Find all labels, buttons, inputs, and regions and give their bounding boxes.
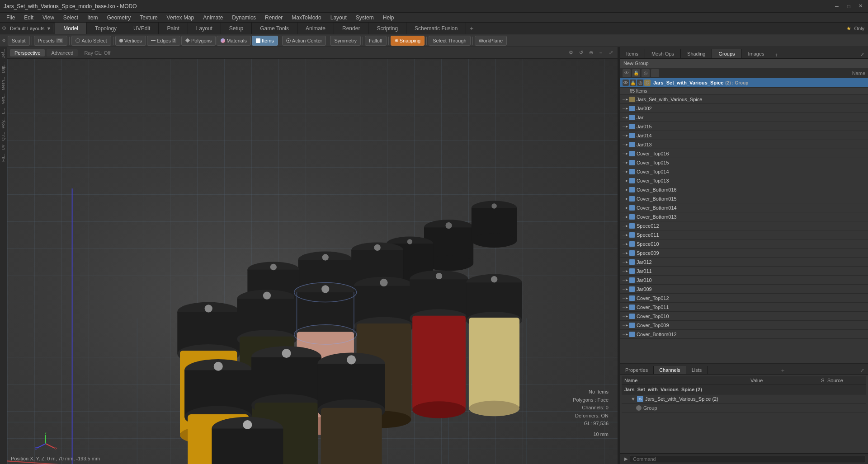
new-group-button[interactable]: New Group bbox=[620, 59, 868, 68]
menu-animate[interactable]: Animate bbox=[198, 14, 227, 22]
vp-zoom-icon[interactable]: ⊕ bbox=[587, 49, 595, 57]
tree-item-cover-top009[interactable]: – ▸ Cover_Top009 bbox=[620, 321, 868, 330]
tree-item-jar010[interactable]: – ▸ Jar010 bbox=[620, 276, 868, 285]
menu-geometry[interactable]: Geometry bbox=[103, 14, 136, 22]
menu-maxtomode[interactable]: MaxToModo bbox=[287, 14, 326, 22]
tab-layout[interactable]: Layout bbox=[188, 23, 221, 34]
tree-render-icon[interactable]: ◎ bbox=[642, 69, 650, 77]
polygons-button[interactable]: Polygons bbox=[181, 36, 216, 46]
tree-item-cover-bottom012[interactable]: – ▸ Cover_Bottom012 bbox=[620, 330, 868, 339]
left-panel-uv[interactable]: UV bbox=[0, 143, 7, 152]
right-tab-add-button[interactable]: + bbox=[771, 52, 782, 58]
tree-item-cover-bottom016[interactable]: – ▸ Cover_Bottom016 bbox=[620, 185, 868, 194]
auto-select-button[interactable]: Auto Select bbox=[71, 36, 111, 46]
tab-uvedit[interactable]: UVEdit bbox=[125, 23, 159, 34]
items-button[interactable]: Items bbox=[252, 36, 278, 46]
left-panel-poly[interactable]: Poly... bbox=[0, 116, 7, 130]
props-item-row-group[interactable]: ▼ G Jars_Set_with_Various_Spice (2) bbox=[622, 394, 866, 404]
menu-view[interactable]: View bbox=[38, 14, 59, 22]
tree-item-cover-top013[interactable]: – ▸ Cover_Top013 bbox=[620, 176, 868, 185]
props-resize-icon[interactable]: ⤢ bbox=[858, 366, 866, 374]
tree-options-icon[interactable]: ⋯ bbox=[651, 69, 659, 77]
props-tab-lists[interactable]: Lists bbox=[686, 366, 708, 374]
right-tab-shading[interactable]: Shading bbox=[681, 49, 712, 58]
right-tab-images[interactable]: Images bbox=[742, 49, 771, 58]
tree-item-cover-top011[interactable]: – ▸ Cover_Top011 bbox=[620, 303, 868, 312]
menu-dynamics[interactable]: Dynamics bbox=[227, 14, 260, 22]
vertices-button[interactable]: Vertices bbox=[115, 36, 146, 46]
left-panel-mesh[interactable]: Mesh... bbox=[0, 75, 7, 92]
tree-item-cover-top014[interactable]: – ▸ Cover_Top014 bbox=[620, 167, 868, 176]
menu-help[interactable]: Help bbox=[378, 14, 399, 22]
workplane-button[interactable]: WorkPlane bbox=[475, 36, 507, 46]
select-through-button[interactable]: Select Through bbox=[429, 36, 470, 46]
tree-item-cover-bottom015[interactable]: – ▸ Cover_Bottom015 bbox=[620, 194, 868, 203]
sculpt-button[interactable]: Sculpt bbox=[8, 36, 30, 46]
group-header-row[interactable]: 👁 🔒 ◎ G Jars_Set_with_Various_Spice (2) … bbox=[620, 78, 868, 88]
tree-item-jar[interactable]: – ▸ Jar bbox=[620, 113, 868, 122]
presets-button[interactable]: Presets F6 bbox=[34, 36, 68, 46]
snapping-button[interactable]: ⊕ Snapping bbox=[391, 36, 425, 46]
tab-scripting[interactable]: Scripting bbox=[368, 23, 406, 34]
tree-item-jar012[interactable]: – ▸ Jar012 bbox=[620, 258, 868, 267]
left-panel-qu[interactable]: Qu... bbox=[0, 130, 7, 143]
props-sub-item-row[interactable]: Group bbox=[622, 404, 866, 412]
tree-item-jar002[interactable]: – ▸ Jar002 bbox=[620, 104, 868, 113]
vp-settings-icon[interactable]: ⚙ bbox=[567, 49, 575, 57]
vp-more-icon[interactable]: ≡ bbox=[597, 49, 605, 57]
tree-lock-icon[interactable]: 🔒 bbox=[632, 69, 640, 77]
tree-item-spece012[interactable]: – ▸ Spece012 bbox=[620, 221, 868, 230]
left-panel-dup[interactable]: Dup... bbox=[0, 61, 7, 75]
tree-item-jars-set[interactable]: – ▸ Jars_Set_with_Various_Spice bbox=[620, 95, 868, 104]
tab-schematic-fusion[interactable]: Schematic Fusion bbox=[406, 23, 466, 34]
right-panel-resize-icon[interactable]: ⤢ bbox=[858, 50, 866, 58]
menu-vertex-map[interactable]: Vertex Map bbox=[162, 14, 199, 22]
menu-render[interactable]: Render bbox=[260, 14, 287, 22]
right-tab-groups[interactable]: Groups bbox=[712, 49, 741, 58]
props-add-tab-button[interactable]: + bbox=[778, 367, 788, 374]
vp-tab-advanced[interactable]: Advanced bbox=[47, 49, 78, 56]
tree-item-jar014[interactable]: – ▸ Jar014 bbox=[620, 131, 868, 140]
command-run-icon[interactable]: ▶ bbox=[623, 455, 630, 463]
minimize-button[interactable]: ─ bbox=[833, 2, 841, 10]
action-center-button[interactable]: Action Center bbox=[282, 36, 326, 46]
tab-animate[interactable]: Animate bbox=[297, 23, 334, 34]
tree-item-spece009[interactable]: – ▸ Spece009 bbox=[620, 248, 868, 258]
tree-eye-icon[interactable]: 👁 bbox=[623, 69, 631, 77]
tree-item-jar015[interactable]: – ▸ Jar015 bbox=[620, 122, 868, 131]
menu-select[interactable]: Select bbox=[59, 14, 83, 22]
close-button[interactable]: ✕ bbox=[856, 2, 864, 10]
tree-item-cover-top010[interactable]: – ▸ Cover_Top010 bbox=[620, 312, 868, 321]
tab-model[interactable]: Model bbox=[55, 23, 87, 34]
menu-texture[interactable]: Texture bbox=[135, 14, 162, 22]
vp-reset-icon[interactable]: ↺ bbox=[577, 49, 585, 57]
group-eye-btn[interactable]: 👁 bbox=[623, 80, 629, 86]
tree-item-spece010[interactable]: – ▸ Spece010 bbox=[620, 239, 868, 248]
left-panel-def[interactable]: Def... bbox=[0, 47, 7, 61]
vp-tab-perspective[interactable]: Perspective bbox=[10, 49, 45, 56]
tree-item-cover-bottom014[interactable]: – ▸ Cover_Bottom014 bbox=[620, 203, 868, 212]
viewport-3d[interactable]: No Items Polygons : Face Channels: 0 Def… bbox=[7, 59, 618, 464]
tree-item-cover-top016[interactable]: – ▸ Cover_Top016 bbox=[620, 149, 868, 158]
props-tab-channels[interactable]: Channels bbox=[654, 366, 686, 374]
add-tab-button[interactable]: + bbox=[466, 23, 477, 33]
menu-edit[interactable]: Edit bbox=[19, 14, 38, 22]
edges-button[interactable]: Edges 2 bbox=[147, 36, 180, 46]
left-panel-e[interactable]: E... bbox=[0, 106, 7, 116]
right-tab-items[interactable]: Items bbox=[620, 49, 645, 58]
left-panel-fu[interactable]: Fu... bbox=[0, 152, 7, 164]
menu-item[interactable]: Item bbox=[83, 14, 102, 22]
falloff-button[interactable]: Falloff bbox=[365, 36, 387, 46]
group-render-btn[interactable]: ◎ bbox=[637, 80, 643, 86]
group-lock-btn[interactable]: 🔒 bbox=[630, 80, 636, 86]
symmetry-button[interactable]: Symmetry bbox=[330, 36, 361, 46]
maximize-button[interactable]: □ bbox=[844, 2, 853, 10]
tree-item-spece011[interactable]: – ▸ Spece011 bbox=[620, 230, 868, 239]
command-input[interactable] bbox=[630, 455, 865, 463]
scene-tree[interactable]: 👁 🔒 ◎ G Jars_Set_with_Various_Spice (2) … bbox=[620, 78, 868, 363]
vp-fullscreen-icon[interactable]: ⤢ bbox=[607, 49, 615, 57]
tab-render[interactable]: Render bbox=[334, 23, 368, 34]
tab-paint[interactable]: Paint bbox=[159, 23, 188, 34]
menu-file[interactable]: File bbox=[2, 14, 19, 22]
menu-system[interactable]: System bbox=[351, 14, 378, 22]
